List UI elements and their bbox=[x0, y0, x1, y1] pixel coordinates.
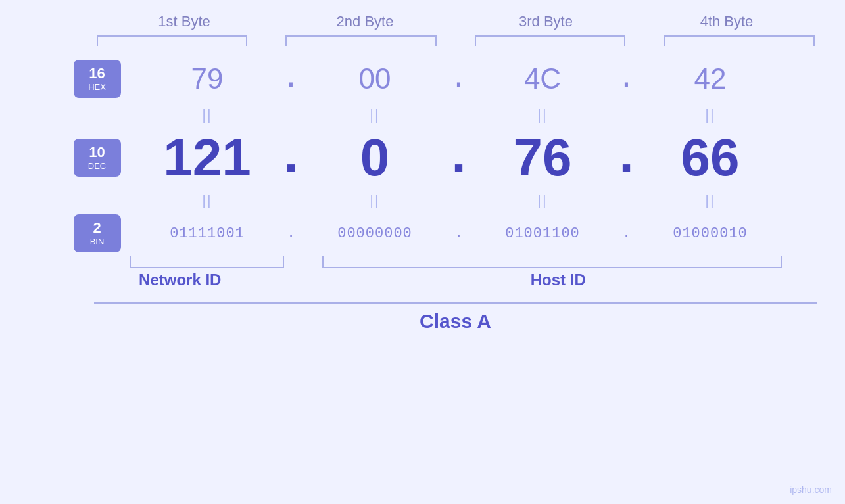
network-id-label: Network ID bbox=[139, 271, 221, 289]
hex-num: 16 bbox=[89, 65, 105, 82]
bin-val-4: 01000010 bbox=[673, 225, 748, 242]
eq-3: || bbox=[469, 106, 617, 124]
dec-val-2: 0 bbox=[360, 127, 390, 188]
bottom-labels-row: Network ID Host ID bbox=[94, 271, 817, 289]
bin-byte-2: 00000000 bbox=[301, 225, 449, 242]
bin-val-2: 00000000 bbox=[337, 225, 412, 242]
main-container: 1st Byte 2nd Byte 3rd Byte 4th Byte 16 H… bbox=[61, 13, 785, 332]
bin-byte-3: 01001100 bbox=[469, 225, 617, 242]
bin-num: 2 bbox=[93, 219, 101, 237]
hex-byte-4: 42 bbox=[637, 62, 785, 95]
eq-2: || bbox=[301, 106, 449, 124]
hex-dot-1: . bbox=[281, 62, 301, 95]
byte-label-3: 3rd Byte bbox=[456, 13, 637, 35]
bin-dot-1: . bbox=[281, 225, 301, 242]
dec-byte-4: 66 bbox=[637, 127, 785, 188]
dec-dot-1: . bbox=[281, 128, 301, 188]
dec-dot-2: . bbox=[449, 128, 469, 188]
bin-dot-3: . bbox=[617, 225, 637, 242]
dec-val-3: 76 bbox=[514, 127, 572, 188]
class-label: Class A bbox=[420, 310, 491, 332]
hex-badge: 16 HEX bbox=[74, 60, 121, 98]
top-bracket-2 bbox=[285, 35, 437, 46]
dec-byte-2: 0 bbox=[301, 127, 449, 188]
eq2-4: || bbox=[637, 192, 785, 209]
dec-val-4: 66 bbox=[681, 127, 740, 188]
eq2-1: || bbox=[133, 192, 281, 209]
dec-val-1: 121 bbox=[163, 127, 251, 188]
dec-dot-3: . bbox=[617, 128, 637, 188]
dec-byte-1: 121 bbox=[133, 127, 281, 188]
dec-byte-3: 76 bbox=[469, 127, 617, 188]
bottom-dot-spacer bbox=[266, 271, 299, 289]
bin-name: BIN bbox=[90, 237, 105, 247]
dec-badge: 10 DEC bbox=[74, 139, 121, 177]
equals-row-2: || || || || bbox=[133, 191, 785, 210]
bottom-brackets bbox=[127, 256, 785, 268]
dec-row: 121 . 0 . 76 . 66 bbox=[133, 125, 785, 191]
hex-byte-2: 00 bbox=[301, 62, 449, 95]
byte-label-1: 1st Byte bbox=[94, 13, 275, 35]
eq2-3: || bbox=[469, 192, 617, 209]
eq2-2: || bbox=[301, 192, 449, 209]
hex-row: 79 . 00 . 4C . 42 bbox=[133, 53, 785, 105]
network-id-label-area: Network ID bbox=[94, 271, 267, 289]
top-bracket-3 bbox=[475, 35, 626, 46]
host-id-bracket bbox=[322, 256, 782, 268]
top-bracket-1 bbox=[97, 35, 248, 46]
bin-val-1: 01111001 bbox=[170, 225, 245, 242]
eq-1: || bbox=[133, 106, 281, 124]
hex-val-1: 79 bbox=[191, 62, 224, 95]
hex-byte-3: 4C bbox=[469, 62, 617, 95]
bytes-grid: 79 . 00 . 4C . 42 bbox=[133, 53, 785, 256]
eq-4: || bbox=[637, 106, 785, 124]
watermark: ipshu.com bbox=[790, 484, 832, 495]
base-labels-column: 16 HEX 10 DEC 2 BIN bbox=[61, 53, 133, 256]
hex-val-4: 42 bbox=[694, 62, 727, 95]
hex-name: HEX bbox=[88, 82, 106, 93]
top-bracket-4 bbox=[664, 35, 815, 46]
hex-byte-1: 79 bbox=[133, 62, 281, 95]
bin-val-3: 01001100 bbox=[505, 225, 580, 242]
byte-label-2: 2nd Byte bbox=[275, 13, 456, 35]
hex-dot-3: . bbox=[617, 62, 637, 95]
bin-dot-2: . bbox=[449, 225, 469, 242]
host-id-label: Host ID bbox=[531, 271, 586, 289]
hex-val-2: 00 bbox=[359, 62, 391, 95]
content-area: 16 HEX 10 DEC 2 BIN bbox=[61, 53, 785, 256]
network-id-bracket bbox=[130, 256, 285, 268]
equals-row-1: || || || || bbox=[133, 105, 785, 125]
bin-byte-4: 01000010 bbox=[637, 225, 785, 242]
hex-val-3: 4C bbox=[524, 62, 561, 95]
dec-name: DEC bbox=[88, 161, 106, 172]
bin-badge: 2 BIN bbox=[74, 214, 121, 252]
class-row: Class A bbox=[94, 302, 817, 332]
bin-byte-1: 01111001 bbox=[133, 225, 281, 242]
byte-labels-row: 1st Byte 2nd Byte 3rd Byte 4th Byte bbox=[94, 13, 817, 35]
byte-label-4: 4th Byte bbox=[637, 13, 817, 35]
bin-row: 01111001 . 00000000 . 01001100 . bbox=[133, 210, 785, 256]
hex-dot-2: . bbox=[449, 62, 469, 95]
host-id-label-area: Host ID bbox=[299, 271, 817, 289]
dec-num: 10 bbox=[89, 144, 105, 161]
top-brackets bbox=[94, 35, 817, 46]
